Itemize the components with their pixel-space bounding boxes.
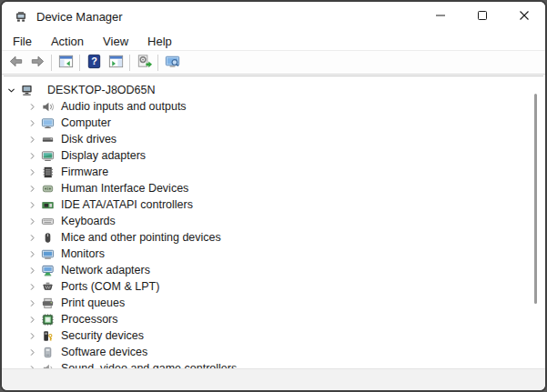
tree-item-label: Sound, video and game controllers (61, 362, 237, 368)
chevron-right-icon[interactable] (26, 330, 37, 341)
scrollbar-thumb[interactable] (534, 94, 537, 304)
tree-item-label: Audio inputs and outputs (61, 100, 187, 113)
ports-icon (40, 279, 55, 294)
toolbar: ? (2, 51, 545, 75)
chevron-right-icon[interactable] (26, 216, 37, 226)
tree-item-label: IDE ATA/ATAPI controllers (61, 198, 193, 211)
firmware-icon (40, 165, 55, 179)
computer-root-icon (19, 83, 34, 97)
chevron-right-icon[interactable] (26, 183, 37, 194)
menu-help[interactable]: Help (140, 34, 179, 49)
window-title: Device Manager (36, 10, 123, 24)
tree-item-security-devices[interactable]: Security devices (4, 327, 543, 344)
processor-icon (40, 312, 55, 327)
tree-item-keyboards[interactable]: Keyboards (4, 213, 543, 229)
tree-item-software-devices[interactable]: Software devices (4, 344, 543, 360)
vertical-scrollbar[interactable] (531, 77, 542, 368)
tree-item-display-adapters[interactable]: Display adapters (4, 147, 543, 164)
tree-item-mice-and-other-pointing-devices[interactable]: Mice and other pointing devices (4, 229, 543, 246)
forward-button[interactable] (26, 53, 48, 73)
menu-file[interactable]: File (5, 34, 39, 49)
audio-icon (40, 99, 55, 114)
chevron-right-icon[interactable] (26, 297, 37, 308)
chevron-right-icon[interactable] (26, 134, 37, 145)
tree-item-processors[interactable]: Processors (4, 311, 543, 327)
caption-buttons (420, 2, 545, 32)
chevron-right-icon[interactable] (26, 347, 37, 357)
tree-item-disk-drives[interactable]: Disk drives (4, 131, 543, 147)
show-console-tree-icon (57, 53, 75, 73)
close-button[interactable] (503, 2, 545, 32)
tree-item-print-queues[interactable]: Print queues (4, 295, 543, 311)
mouse-icon (40, 230, 55, 245)
menubar: FileActionViewHelp (2, 32, 545, 51)
tree-item-label: Disk drives (61, 133, 116, 146)
ide-icon (40, 197, 55, 212)
device-manager-window: Device Manager FileActionViewHelp ? DESK… (0, 0, 547, 392)
menu-action[interactable]: Action (44, 34, 91, 49)
device-tree: DESKTOP-J8OD65NAudio inputs and outputsC… (4, 76, 543, 368)
toolbar-separator (51, 55, 52, 71)
back-icon (7, 53, 25, 73)
help-icon: ? (86, 53, 103, 73)
tree-item-label: Computer (61, 116, 111, 129)
tree-item-label: Ports (COM & LPT) (61, 280, 159, 293)
tree-item-desktop-j8od65n[interactable]: DESKTOP-J8OD65N (4, 82, 543, 98)
maximize-button[interactable] (461, 2, 503, 32)
tree-item-network-adapters[interactable]: Network adapters (4, 262, 543, 278)
scan-hardware-changes-icon (164, 53, 181, 73)
network-icon (40, 263, 55, 277)
minimize-button[interactable] (420, 2, 461, 32)
tree-item-computer[interactable]: Computer (4, 115, 543, 131)
tree-item-label: Human Interface Devices (61, 182, 188, 195)
add-drivers-button[interactable] (133, 53, 155, 73)
chevron-right-icon[interactable] (26, 117, 37, 128)
chevron-right-icon[interactable] (26, 101, 37, 112)
chevron-down-icon[interactable] (5, 85, 16, 95)
toolbar-separator (79, 55, 80, 71)
tree-item-human-interface-devices[interactable]: Human Interface Devices (4, 180, 543, 196)
help-button[interactable]: ? (83, 53, 105, 73)
tree-item-ide-ata-atapi-controllers[interactable]: IDE ATA/ATAPI controllers (4, 196, 543, 213)
show-console-tree-button[interactable] (55, 53, 76, 73)
chevron-right-icon[interactable] (26, 248, 37, 259)
show-action-pane-icon (107, 53, 125, 73)
software-icon (40, 345, 55, 359)
tree-item-firmware[interactable]: Firmware (4, 164, 543, 180)
chevron-right-icon[interactable] (26, 314, 37, 325)
tree-item-label: Mice and other pointing devices (61, 231, 221, 244)
scan-hardware-changes-button[interactable] (161, 53, 183, 73)
chevron-right-icon[interactable] (26, 166, 37, 177)
device-manager-app-icon[interactable] (14, 10, 28, 25)
tree-item-label: DESKTOP-J8OD65N (47, 84, 156, 96)
tree-item-label: Monitors (61, 247, 105, 260)
display-icon (40, 148, 55, 163)
tree-panel: DESKTOP-J8OD65NAudio inputs and outputsC… (4, 75, 543, 368)
menu-view[interactable]: View (96, 34, 136, 49)
chevron-right-icon[interactable] (26, 150, 37, 161)
titlebar[interactable]: Device Manager (2, 2, 545, 32)
maximize-icon (473, 6, 491, 27)
chevron-right-icon[interactable] (26, 199, 37, 210)
disk-icon (40, 132, 55, 146)
show-action-pane-button[interactable] (105, 53, 127, 73)
tree-item-ports-com-lpt[interactable]: Ports (COM & LPT) (4, 278, 543, 295)
forward-icon (29, 53, 46, 73)
tree-item-label: Display adapters (61, 149, 146, 162)
print-icon (40, 296, 55, 310)
tree-item-label: Software devices (61, 346, 147, 358)
tree-item-monitors[interactable]: Monitors (4, 246, 543, 262)
tree-item-audio-inputs-and-outputs[interactable]: Audio inputs and outputs (4, 98, 543, 115)
tree-item-sound-video-and-game-controllers[interactable]: Sound, video and game controllers (4, 360, 543, 368)
tree-item-label: Print queues (61, 297, 125, 309)
chevron-right-icon[interactable] (26, 281, 37, 292)
chevron-right-icon[interactable] (26, 265, 37, 276)
tree-item-label: Firmware (61, 166, 108, 178)
chevron-right-icon[interactable] (26, 232, 37, 243)
tree-item-label: Keyboards (61, 215, 116, 227)
hid-icon (40, 181, 55, 196)
tree-item-label: Network adapters (61, 264, 150, 276)
back-button[interactable] (5, 53, 26, 73)
monitor-icon (40, 246, 55, 261)
svg-text:?: ? (91, 55, 97, 66)
